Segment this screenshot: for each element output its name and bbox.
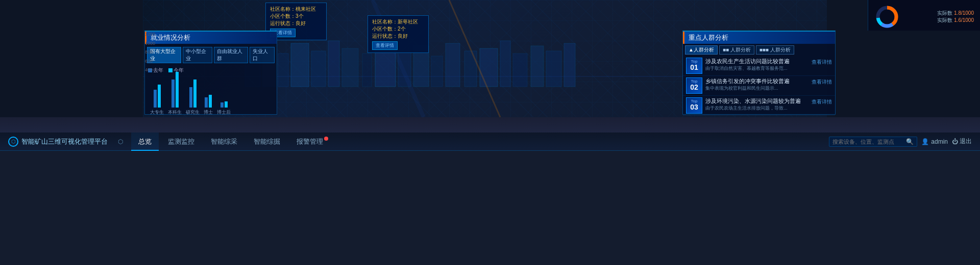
tab-freelance[interactable]: 自由就业人群 xyxy=(214,47,248,63)
svg-rect-22 xyxy=(500,41,510,87)
top-content-1: 乡镇信务引发的冲突事件比较普遍 集中表现为校官利益和民生问题示... xyxy=(705,77,808,92)
bar-group-2: 硕究生 xyxy=(186,80,200,116)
search-input[interactable] xyxy=(832,139,904,145)
pop-tab-1[interactable]: ■■ 人群分析 xyxy=(719,45,754,55)
bar-prev-0 xyxy=(154,90,157,108)
right-stats-values: 实际数 1.8/1000 实际数 1.6/1000 xyxy=(937,10,974,24)
nav-link-alarm[interactable]: 报警管理 xyxy=(289,132,335,151)
top-title-0: 涉及农民生产生活访问题比较普遍 xyxy=(705,58,808,65)
bar-prev-4 xyxy=(220,102,224,108)
popup2-status: 运行状态：良好 xyxy=(372,33,424,40)
pop-tabs: ▲人群分析 ■■ 人群分析 ■■■ 人群分析 xyxy=(683,44,835,56)
svg-rect-12 xyxy=(328,41,339,87)
tab-unemployed[interactable]: 失业人口 xyxy=(250,47,275,63)
top-desc-2: 由于农民农场主生活水排放问题，导致... xyxy=(705,105,808,112)
popup1-status: 运行状态：良好 xyxy=(270,20,322,27)
svg-rect-20 xyxy=(464,51,477,87)
nav-link-monitor[interactable]: 监测监控 xyxy=(161,132,202,151)
nav-user: 👤 admin xyxy=(921,138,948,145)
svg-rect-23 xyxy=(513,54,527,87)
detail-link-0[interactable]: 查看详情 xyxy=(812,58,832,66)
svg-rect-24 xyxy=(531,46,544,87)
key-pop-panel: 重点人群分析 ▲人群分析 ■■ 人群分析 ■■■ 人群分析 Top 01 涉及农… xyxy=(682,31,836,115)
bar-group-3: 博士 xyxy=(204,95,213,116)
bar-label-2: 硕究生 xyxy=(186,109,200,116)
svg-rect-9 xyxy=(278,54,288,87)
bar-label-4: 博士后 xyxy=(217,109,231,116)
nav-links: 总览 监测监控 智能综采 智能综掘 报警管理 xyxy=(131,132,829,151)
bar-group-1: 本科生 xyxy=(168,72,182,116)
popup1-name: 社区名称：桃来社区 xyxy=(270,6,322,13)
svg-rect-19 xyxy=(446,43,460,87)
bar-chart: 大专生 本科生 硕究生 xyxy=(148,75,233,116)
search-icon[interactable]: 🔍 xyxy=(906,138,914,145)
svg-rect-11 xyxy=(311,51,326,87)
popup2-btn[interactable]: 查看评情 xyxy=(372,41,398,50)
bar-prev-2 xyxy=(189,87,192,108)
top-content-2: 涉及环境污染、水源污染问题较为普遍 由于农民农场主生活水排放问题，导致... xyxy=(705,97,808,112)
bar-curr-3 xyxy=(209,95,212,108)
top-title-2: 涉及环境污染、水源污染问题较为普遍 xyxy=(705,97,808,105)
nav-link-tunneling[interactable]: 智能综掘 xyxy=(247,132,287,151)
logout-icon: ⏻ xyxy=(952,138,958,145)
logo-icon: ⬡ xyxy=(8,137,18,147)
bar-curr-0 xyxy=(158,85,161,108)
bar-group-0: 大专生 xyxy=(150,85,164,116)
chart-legend: 去年 今年 xyxy=(148,67,274,74)
bar-label-0: 大专生 xyxy=(150,109,164,116)
nav-bar: ⬡ 智能矿山三维可视化管理平台 ⬡ 总览 监测监控 智能综采 智能综掘 报警管理… xyxy=(0,132,980,151)
nav-link-mining[interactable]: 智能综采 xyxy=(204,132,244,151)
nav-link-overview[interactable]: 总览 xyxy=(131,132,159,151)
top-desc-1: 集中表现为校官利益和民生问题示... xyxy=(705,86,808,92)
top-item-1: Top 02 乡镇信务引发的冲突事件比较普遍 集中表现为校官利益和民生问题示..… xyxy=(683,76,835,96)
top-content-0: 涉及农民生产生活访问题比较普遍 由于取消自然灾害、慕越教育等服务范... xyxy=(705,58,808,72)
bar-prev-3 xyxy=(205,97,208,108)
svg-rect-10 xyxy=(291,43,309,87)
logout-label[interactable]: 退出 xyxy=(960,137,972,146)
popup2-count: 小区个数：2个 xyxy=(372,25,424,33)
top-badge-0: Top 01 xyxy=(686,58,702,74)
bar-curr-4 xyxy=(225,101,228,108)
employment-panel: 就业情况分析 国有大型企业 中小型企业 自由就业人群 失业人口 去年 今年 12… xyxy=(144,31,277,115)
svg-rect-14 xyxy=(362,54,372,87)
right-stats: 实际数 1.8/1000 实际数 1.6/1000 xyxy=(868,0,980,31)
top-title-1: 乡镇信务引发的冲突事件比较普遍 xyxy=(705,77,808,85)
pop-tab-2[interactable]: ■■■ 人群分析 xyxy=(756,45,794,55)
employment-chart: 去年 今年 12001000800600400 大专生 xyxy=(145,66,277,117)
tab-sme[interactable]: 中小型企业 xyxy=(183,47,212,63)
bar-curr-1 xyxy=(176,72,179,108)
top-item-0: Top 01 涉及农民生产生活访问题比较普遍 由于取消自然灾害、慕越教育等服务范… xyxy=(683,56,835,76)
search-box[interactable]: 🔍 xyxy=(829,137,917,147)
bar-prev-1 xyxy=(172,80,175,108)
bottom-content: 【生产报表】 ⊙ 30,022 当日出库产量(t) ⬡ 110 当日进尺(m) … xyxy=(0,151,980,265)
detail-link-1[interactable]: 查看详情 xyxy=(812,77,832,86)
bar-label-1: 本科生 xyxy=(168,109,182,116)
user-icon: 👤 xyxy=(921,138,929,145)
alarm-badge xyxy=(324,137,328,141)
bar-curr-2 xyxy=(193,80,197,108)
community-popup-2: 社区名称：新萼社区 小区个数：2个 运行状态：良好 查看评情 xyxy=(368,15,429,53)
pop-tab-0[interactable]: ▲人群分析 xyxy=(685,45,718,55)
popup1-count: 小区个数：3个 xyxy=(270,13,322,20)
svg-rect-25 xyxy=(546,51,561,87)
svg-rect-21 xyxy=(480,48,498,87)
popup2-name: 社区名称：新萼社区 xyxy=(372,18,424,25)
svg-rect-26 xyxy=(564,43,575,87)
detail-link-2[interactable]: 查看详情 xyxy=(812,97,832,105)
chart-y-labels: 12001000800600400 xyxy=(145,32,155,72)
expand-icon[interactable]: ⬡ xyxy=(118,138,123,145)
nav-logout[interactable]: ⏻ 退出 xyxy=(952,137,972,146)
top-badge-1: Top 02 xyxy=(686,77,702,94)
logo-text: 智能矿山三维可视化管理平台 xyxy=(21,137,108,146)
key-pop-title: 重点人群分析 xyxy=(683,32,835,44)
svg-rect-13 xyxy=(342,48,358,87)
bar-group-4: 博士后 xyxy=(217,101,231,116)
section-divider xyxy=(0,117,980,132)
nav-logo: ⬡ 智能矿山三维可视化管理平台 xyxy=(8,137,108,147)
employment-title: 就业情况分析 xyxy=(145,32,277,44)
nav-right: 🔍 👤 admin ⏻ 退出 xyxy=(829,137,972,147)
bar-label-3: 博士 xyxy=(204,109,213,116)
username: admin xyxy=(931,138,948,145)
svg-rect-18 xyxy=(431,56,443,87)
top-badge-2: Top 03 xyxy=(686,97,702,114)
